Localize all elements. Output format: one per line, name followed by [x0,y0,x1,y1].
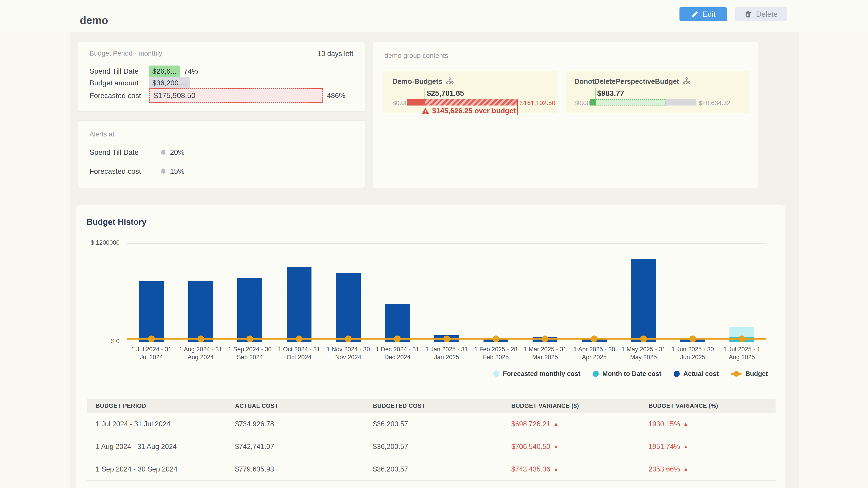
cell-variance-dollars: $698,726.21▲ [503,420,640,428]
cell-variance-percent: 1930.15%▲ [640,420,776,428]
y-axis-tick-max: $ 1200000 [76,239,120,246]
x-axis-label: 1 Feb 2025 - 28Feb 2025 [471,346,521,361]
cell-variance-dollars: $706,540.50▲ [503,443,640,451]
group-card-title: demo group contents [384,52,448,59]
legend-swatch-circle [493,371,499,377]
alert-spend-percent: 20% [170,148,184,157]
legend-item[interactable]: Budget [731,370,768,378]
gridline-top [127,243,767,243]
budget-current-value: $25,701.65 [427,89,464,98]
actual-cost-bar [287,267,311,341]
cell-budgeted-cost: $36,200.57 [365,465,503,473]
warning-icon [421,107,430,115]
budget-marker [739,335,745,342]
actual-cost-bar [237,278,262,341]
budget-amount-row: Budget amount $36,200.... [90,77,190,89]
x-axis-label: 1 Aug 2024 - 31Aug 2024 [176,346,225,361]
x-axis-label: 1 Mar 2025 - 31Mar 2025 [521,346,570,361]
legend-swatch-circle [593,371,599,377]
forecast-percent: 486% [327,92,345,100]
alerts-card: Alerts at Spend Till Date 20% Forecasted… [78,121,365,188]
legend-swatch-line-marker [731,371,742,377]
forecasted-cost-label: Forecasted cost [90,92,149,100]
header-actions: Edit Delete [680,7,786,21]
budget-marker [394,335,401,342]
variance-up-icon: ▲ [553,444,559,450]
budget-current-value: $983.77 [597,89,624,98]
bell-icon [160,149,167,156]
variance-up-icon: ▲ [683,466,688,472]
bar-min-label: $0.00 [575,99,590,107]
budget-marker [345,335,352,342]
page-title: demo [80,14,108,26]
main-content: Budget Period - monthly 10 days left Spe… [70,32,799,488]
edit-button[interactable]: Edit [680,7,727,21]
budget-history-card: Budget History $ 1200000 $ 0 1 Jul 2024 … [76,205,785,488]
forecast-segment [596,99,665,105]
table-row: 1 Jul 2024 - 31 Jul 2024$734,926.78$36,2… [87,413,776,435]
budget-amount-label: Budget amount [90,79,149,87]
over-budget-marker-line [517,99,518,115]
bar-max-label: $161,192.50 [520,99,555,107]
x-axis-label: 1 Apr 2025 - 30Apr 2025 [569,346,619,361]
x-axis-labels: 1 Jul 2024 - 31Jul 20241 Aug 2024 - 31Au… [127,346,767,361]
legend-label: Budget [745,370,768,378]
budget-name-label: Demo-Budgets [393,77,442,86]
budget-tile-demo-budgets[interactable]: Demo-Budgets $25,701.65 $0.00 $161,192.5… [383,71,557,113]
budget-tile-name: DonotDeletePerspectiveBudget [575,77,691,86]
budget-progress-bar [407,99,518,105]
cell-actual-cost: $734,926.78 [227,420,365,428]
legend-item[interactable]: Forecasted monthly cost [493,370,581,378]
legend-label: Actual cost [683,370,719,378]
alerts-title: Alerts at [90,130,114,138]
cell-budgeted-cost: $36,200.57 [365,443,503,451]
pencil-icon [691,10,699,18]
cell-variance-dollars: $743,435.36▲ [503,465,640,473]
table-row: 1 Aug 2024 - 31 Aug 2024$742,741.07$36,2… [87,435,776,458]
delete-button[interactable]: Delete [735,7,786,21]
budget-marker [591,335,598,342]
col-header-budget-period: BUDGET PERIOD [87,402,227,410]
cell-budget-period: 1 Aug 2024 - 31 Aug 2024 [87,443,227,451]
budget-tile-donotdelete[interactable]: DonotDeletePerspectiveBudget $983.77 $0.… [566,71,749,113]
variance-up-icon: ▲ [683,421,688,427]
chart-plot [127,243,767,342]
trash-icon [744,10,752,18]
actual-cost-bar [631,259,656,341]
cell-variance-percent: 1951.74%▲ [640,443,776,451]
spend-percent: 74% [184,67,198,75]
cell-budget-period: 1 Sep 2024 - 30 Sep 2024 [87,465,227,473]
y-axis-tick-zero: $ 0 [76,338,120,345]
actual-cost-bar [139,281,164,341]
budget-marker [246,335,253,342]
alert-spend-row: Spend Till Date 20% [90,148,184,157]
alert-forecast-percent: 15% [170,167,184,175]
legend-item[interactable]: Month to Date cost [593,370,661,378]
budget-marker [493,335,499,342]
budget-name-label: DonotDeletePerspectiveBudget [575,77,679,86]
forecasted-cost-value: $175,908.50 [154,91,195,100]
table-header-row: BUDGET PERIOD ACTUAL COST BUDGETED COST … [87,399,776,413]
legend-item[interactable]: Actual cost [674,370,719,378]
bell-icon [160,168,167,175]
over-budget-row: $145,626.25 over budget [421,107,516,115]
delete-button-label: Delete [756,10,778,19]
budget-marker [443,335,450,342]
budget-history-table: BUDGET PERIOD ACTUAL COST BUDGETED COST … [87,399,776,488]
spend-segment [407,99,425,105]
cell-actual-cost: $742,741.07 [227,443,365,451]
spend-segment [590,99,596,105]
col-header-variance-dollars: BUDGET VARIANCE ($) [503,402,640,410]
variance-up-icon: ▲ [553,421,559,427]
actual-cost-bar [188,281,213,341]
x-axis-label: 1 Nov 2024 - 30Nov 2024 [324,346,373,361]
legend-label: Month to Date cost [602,370,661,378]
alert-forecast-row: Forecasted cost 15% [90,167,184,175]
over-budget-text: $145,626.25 over budget [432,107,516,115]
alert-spend-label: Spend Till Date [90,148,160,157]
x-axis-label: 1 Dec 2024 - 31Dec 2024 [373,346,422,361]
budget-marker [640,335,647,342]
col-header-budgeted-cost: BUDGETED COST [365,402,503,410]
forecasted-cost-box: $175,908.50 [149,88,323,103]
page-header: demo Edit Delete [0,0,868,31]
